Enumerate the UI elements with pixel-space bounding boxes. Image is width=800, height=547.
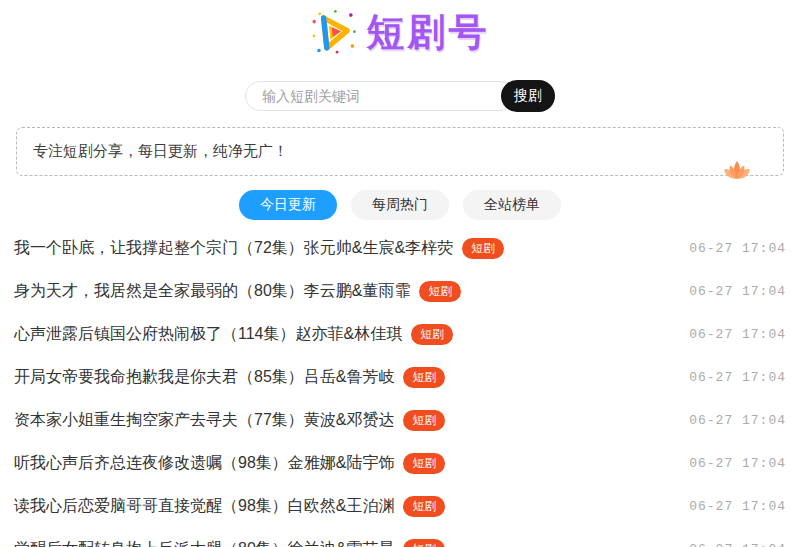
item-date: 06-27 17:04 (689, 456, 786, 471)
list-item-left: 听我心声后齐总连夜修改遗嘱（98集）金雅娜&陆宇饰 短剧 (14, 453, 445, 474)
site-title: 短剧号 (367, 7, 490, 58)
short-drama-badge: 短剧 (403, 367, 445, 388)
drama-title[interactable]: 我一个卧底，让我撑起整个宗门（72集）张元帅&生宸&李梓荧 (14, 238, 453, 259)
list-item-left: 身为天才，我居然是全家最弱的（80集）李云鹏&董雨霏 短剧 (14, 281, 461, 302)
item-date: 06-27 17:04 (689, 327, 786, 342)
short-drama-badge: 短剧 (411, 324, 453, 345)
short-drama-badge: 短剧 (403, 410, 445, 431)
item-date: 06-27 17:04 (689, 284, 786, 299)
list-item[interactable]: 心声泄露后镇国公府热闹极了（114集）赵亦菲&林佳琪 短剧 06-27 17:0… (14, 313, 786, 356)
list-item[interactable]: 我一个卧底，让我撑起整个宗门（72集）张元帅&生宸&李梓荧 短剧 06-27 1… (14, 227, 786, 270)
list-item-left: 心声泄露后镇国公府热闹极了（114集）赵亦菲&林佳琪 短剧 (14, 324, 453, 345)
drama-title[interactable]: 觉醒后女配转身抱上反派大腿（80集）徐兰迪&雷艺昊 (14, 539, 394, 547)
short-drama-badge: 短剧 (419, 281, 461, 302)
list-item-left: 开局女帝要我命抱歉我是你夫君（85集）吕岳&鲁芳岐 短剧 (14, 367, 445, 388)
list-item-left: 觉醒后女配转身抱上反派大腿（80集）徐兰迪&雷艺昊 短剧 (14, 539, 445, 547)
drama-title[interactable]: 读我心后恋爱脑哥哥直接觉醒（98集）白欧然&王泊渊 (14, 496, 394, 517)
short-drama-badge: 短剧 (403, 453, 445, 474)
list-item[interactable]: 觉醒后女配转身抱上反派大腿（80集）徐兰迪&雷艺昊 短剧 06-27 17:04 (14, 528, 786, 547)
play-button-logo-icon (311, 9, 357, 55)
item-date: 06-27 17:04 (689, 413, 786, 428)
tab-site-ranking[interactable]: 全站榜单 (463, 190, 561, 220)
drama-title[interactable]: 资本家小姐重生掏空家产去寻夫（77集）黄波&邓赟达 (14, 410, 394, 431)
list-item-left: 读我心后恋爱脑哥哥直接觉醒（98集）白欧然&王泊渊 短剧 (14, 496, 445, 517)
item-date: 06-27 17:04 (689, 499, 786, 514)
maple-leaf-icon (719, 159, 755, 184)
item-date: 06-27 17:04 (689, 370, 786, 385)
drama-title[interactable]: 开局女帝要我命抱歉我是你夫君（85集）吕岳&鲁芳岐 (14, 367, 394, 388)
short-drama-badge: 短剧 (462, 238, 504, 259)
item-date: 06-27 17:04 (689, 241, 786, 256)
tab-bar: 今日更新 每周热门 全站榜单 (0, 190, 800, 220)
site-header: 短剧号 (0, 0, 800, 56)
notice-box: 专注短剧分享，每日更新，纯净无广！ (16, 127, 784, 176)
list-item-left: 我一个卧底，让我撑起整个宗门（72集）张元帅&生宸&李梓荧 短剧 (14, 238, 504, 259)
short-drama-badge: 短剧 (403, 496, 445, 517)
list-item[interactable]: 身为天才，我居然是全家最弱的（80集）李云鹏&董雨霏 短剧 06-27 17:0… (14, 270, 786, 313)
drama-title[interactable]: 心声泄露后镇国公府热闹极了（114集）赵亦菲&林佳琪 (14, 324, 402, 345)
search-button[interactable]: 搜剧 (501, 80, 555, 112)
list-item-left: 资本家小姐重生掏空家产去寻夫（77集）黄波&邓赟达 短剧 (14, 410, 445, 431)
list-item[interactable]: 资本家小姐重生掏空家产去寻夫（77集）黄波&邓赟达 短剧 06-27 17:04 (14, 399, 786, 442)
notice-text: 专注短剧分享，每日更新，纯净无广！ (33, 142, 288, 159)
drama-title[interactable]: 身为天才，我居然是全家最弱的（80集）李云鹏&董雨霏 (14, 281, 410, 302)
tab-today-updates[interactable]: 今日更新 (239, 190, 337, 220)
list-item[interactable]: 读我心后恋爱脑哥哥直接觉醒（98集）白欧然&王泊渊 短剧 06-27 17:04 (14, 485, 786, 528)
drama-list: 我一个卧底，让我撑起整个宗门（72集）张元帅&生宸&李梓荧 短剧 06-27 1… (14, 227, 786, 547)
item-date: 06-27 17:04 (689, 542, 786, 547)
search-input[interactable] (245, 81, 515, 111)
tab-weekly-hot[interactable]: 每周热门 (351, 190, 449, 220)
list-item[interactable]: 听我心声后齐总连夜修改遗嘱（98集）金雅娜&陆宇饰 短剧 06-27 17:04 (14, 442, 786, 485)
search-bar: 搜剧 (0, 80, 800, 112)
drama-title[interactable]: 听我心声后齐总连夜修改遗嘱（98集）金雅娜&陆宇饰 (14, 453, 394, 474)
list-item[interactable]: 开局女帝要我命抱歉我是你夫君（85集）吕岳&鲁芳岐 短剧 06-27 17:04 (14, 356, 786, 399)
short-drama-badge: 短剧 (403, 539, 445, 547)
